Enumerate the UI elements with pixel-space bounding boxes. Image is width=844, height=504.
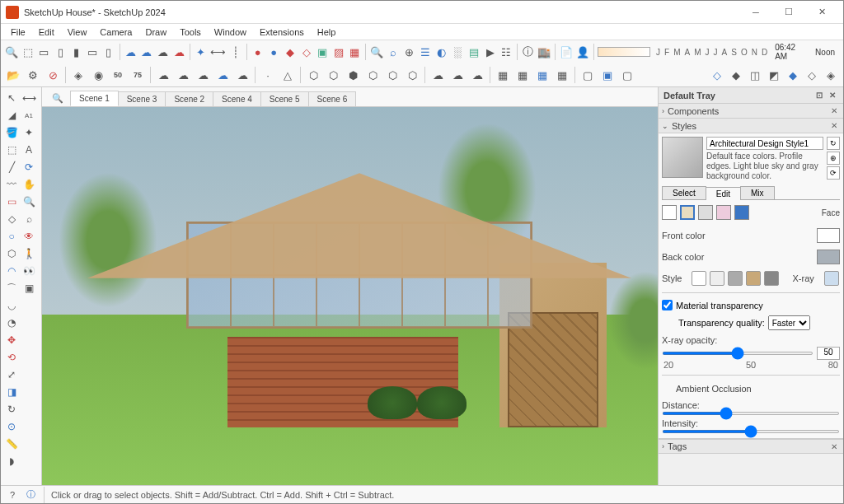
diamond-2-icon[interactable]: ◆ xyxy=(727,66,745,84)
grid-4-icon[interactable]: ▦ xyxy=(553,66,571,84)
components-panel-header[interactable]: › Components ✕ xyxy=(659,104,843,119)
transparency-quality-select[interactable]: Faster xyxy=(768,315,810,330)
help-status-icon[interactable]: ? xyxy=(6,488,19,502)
close-button[interactable]: ✕ xyxy=(805,1,838,24)
select-tool-icon[interactable]: ↖ xyxy=(3,90,20,106)
3d-viewport[interactable] xyxy=(42,107,658,485)
front-color-swatch[interactable] xyxy=(817,228,840,243)
left-view-icon[interactable]: ▯ xyxy=(101,43,116,61)
back-color-swatch[interactable] xyxy=(817,250,840,264)
square-red-icon[interactable]: ◆ xyxy=(283,43,298,61)
grid-1-icon[interactable]: ▦ xyxy=(494,66,512,84)
hex-4-icon[interactable]: ⬡ xyxy=(363,66,382,84)
scene-tab-3[interactable]: Scene 3 xyxy=(118,91,166,106)
zoom-icon[interactable]: 🔍 xyxy=(369,43,384,61)
layers-toggle-icon[interactable]: ◈ xyxy=(69,66,87,84)
menu-camera[interactable]: Camera xyxy=(93,26,138,39)
box-1-icon[interactable]: ▢ xyxy=(579,66,597,84)
hex-6-icon[interactable]: ⬡ xyxy=(403,66,421,84)
file-new-icon[interactable]: 📄 xyxy=(559,43,574,61)
scene-search-icon[interactable]: 🔍 xyxy=(45,90,70,106)
cloud-download-icon[interactable]: ☁ xyxy=(139,43,154,61)
xray-opacity-slider[interactable] xyxy=(662,352,814,355)
followme-tool-icon[interactable]: ↻ xyxy=(3,401,20,418)
zoom-extents-icon[interactable]: 🔍 xyxy=(4,43,19,61)
scene-tab-2[interactable]: Scene 2 xyxy=(165,91,213,106)
month-a[interactable]: A xyxy=(683,48,692,57)
section-fill-icon[interactable]: ▦ xyxy=(348,43,363,61)
style-tab-mix[interactable]: Mix xyxy=(740,186,775,199)
dimension-tool-icon[interactable]: ⟷ xyxy=(21,90,37,106)
tray-close-icon[interactable]: ✕ xyxy=(827,90,838,101)
circle-tool-icon[interactable]: ○ xyxy=(3,228,20,245)
month-s[interactable]: S xyxy=(729,48,738,57)
circle-red-icon[interactable]: ● xyxy=(251,43,265,61)
triangle-icon[interactable]: △ xyxy=(279,66,297,84)
model-info-icon[interactable]: ⓘ xyxy=(521,43,536,61)
watermark-settings-icon[interactable] xyxy=(716,205,731,220)
diamond-1-icon[interactable]: ◇ xyxy=(708,66,726,84)
month-m2[interactable]: M xyxy=(692,48,702,57)
rectangle-tool-icon[interactable]: ▭ xyxy=(3,194,20,210)
pushpull-tool-icon[interactable]: ◨ xyxy=(3,384,20,400)
cube-1-icon[interactable]: ◫ xyxy=(746,66,764,84)
scale-tool-icon[interactable]: ⤢ xyxy=(3,366,20,383)
material-transparency-checkbox[interactable] xyxy=(662,300,673,310)
maximize-button[interactable]: ☐ xyxy=(772,1,805,24)
cloud-1-icon[interactable]: ☁ xyxy=(154,66,172,84)
protractor-tool-icon[interactable]: ◗ xyxy=(3,453,20,469)
3pt-arc-tool-icon[interactable]: ◡ xyxy=(3,297,20,314)
textured-mode-icon[interactable] xyxy=(746,271,761,286)
point-icon[interactable]: · xyxy=(259,66,277,84)
animation-icon[interactable]: ▶ xyxy=(483,43,498,61)
text-tool-icon[interactable]: A1 xyxy=(21,107,37,124)
cloud-sync-icon[interactable]: ☁ xyxy=(156,43,171,61)
user-icon[interactable]: 👤 xyxy=(575,43,590,61)
fog-icon[interactable]: ░ xyxy=(451,43,466,61)
menu-draw[interactable]: Draw xyxy=(138,26,173,39)
shadow-icon[interactable]: ◐ xyxy=(434,43,449,61)
month-a2[interactable]: A xyxy=(720,48,729,57)
gear-icon[interactable]: ⚙ xyxy=(24,66,42,84)
cube-2-icon[interactable]: ◩ xyxy=(765,66,783,84)
menu-edit[interactable]: Edit xyxy=(32,26,61,39)
outliner-icon[interactable]: ☷ xyxy=(499,43,513,61)
section-tool-icon[interactable]: ▣ xyxy=(21,280,37,296)
edge-settings-icon[interactable] xyxy=(662,205,677,220)
xray-opacity-value[interactable]: 50 xyxy=(817,347,840,360)
component-tool-icon[interactable]: ⬚ xyxy=(3,142,20,158)
monochrome-mode-icon[interactable] xyxy=(764,271,779,286)
box-3-icon[interactable]: ▢ xyxy=(618,66,636,84)
arc-tool-icon[interactable]: ◠ xyxy=(3,263,20,279)
solid-2-icon[interactable]: ◇ xyxy=(803,66,821,84)
scene-tab-5[interactable]: Scene 5 xyxy=(260,91,309,106)
modeling-settings-icon[interactable] xyxy=(734,205,749,220)
polygon-tool-icon[interactable]: ⬡ xyxy=(3,245,20,262)
eraser-tool-icon[interactable]: ◢ xyxy=(3,107,20,124)
cloud-2-icon[interactable]: ☁ xyxy=(174,66,192,84)
components-close-icon[interactable]: ✕ xyxy=(828,105,840,117)
style-name-input[interactable] xyxy=(706,137,823,150)
face-settings-icon[interactable] xyxy=(680,205,695,220)
scene-tab-6[interactable]: Scene 6 xyxy=(308,91,357,106)
orbit-tool-icon[interactable]: ⟳ xyxy=(21,159,37,175)
scene-tab-4[interactable]: Scene 4 xyxy=(213,91,261,106)
xray-toggle-icon[interactable] xyxy=(824,271,839,286)
fov-75-icon[interactable]: 75 xyxy=(129,66,147,84)
grid-3-icon[interactable]: ▦ xyxy=(533,66,551,84)
tags-close-icon[interactable]: ✕ xyxy=(828,441,840,452)
3dtext-tool-icon[interactable]: A xyxy=(21,142,37,158)
styles-icon[interactable]: ▤ xyxy=(467,43,481,61)
position-cam-icon[interactable]: 👁 xyxy=(21,228,37,245)
scene-tab-1[interactable]: Scene 1 xyxy=(70,91,119,106)
hex-3-icon[interactable]: ⬢ xyxy=(344,66,362,84)
style-create-icon[interactable]: ⊕ xyxy=(827,152,840,165)
tags-panel-header[interactable]: › Tags ✕ xyxy=(659,439,843,454)
walk-tool-icon[interactable]: 🚶 xyxy=(21,245,37,262)
menu-file[interactable]: File xyxy=(4,26,32,39)
front-view-icon[interactable]: ▯ xyxy=(53,43,68,61)
hex-1-icon[interactable]: ⬡ xyxy=(304,66,322,84)
month-j[interactable]: J xyxy=(654,48,662,57)
section-plane-icon[interactable]: ▣ xyxy=(315,43,330,61)
time-gradient[interactable] xyxy=(598,47,650,57)
